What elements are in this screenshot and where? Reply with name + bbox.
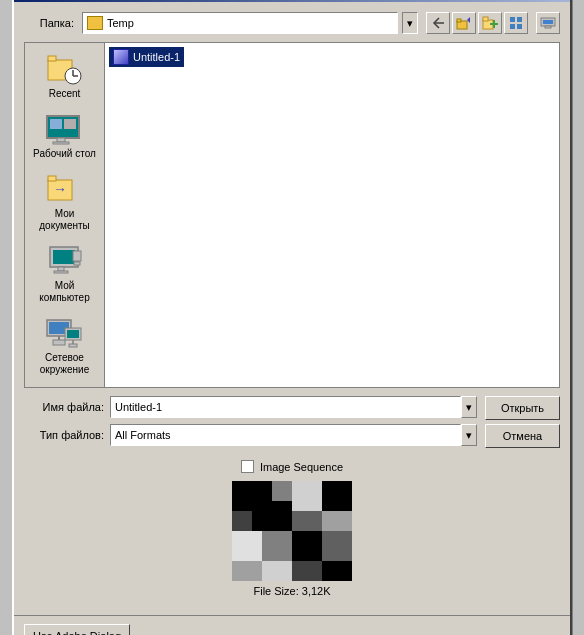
filename-input-container: ▾ [110, 396, 477, 418]
svg-rect-20 [57, 138, 65, 142]
file-list[interactable]: Untitled-1 [104, 42, 560, 388]
svg-rect-8 [510, 24, 515, 29]
sidebar-item-recent-label: Recent [49, 88, 81, 100]
svg-rect-46 [232, 511, 252, 531]
sidebar-item-desktop[interactable]: Рабочий стол [27, 107, 102, 167]
filetype-label: Тип файлов: [24, 429, 104, 441]
documents-icon: → [45, 174, 85, 206]
open-dialog: Open ? ✕ Папка: Temp ▾ [12, 0, 572, 635]
svg-rect-11 [543, 20, 553, 24]
bottom-bar: Use Adobe Dialog [14, 615, 570, 635]
sidebar-item-desktop-label: Рабочий стол [33, 148, 96, 160]
folder-dropdown-arrow[interactable]: ▾ [402, 12, 418, 34]
svg-rect-29 [58, 267, 64, 271]
filename-row: Имя файла: ▾ [24, 396, 477, 418]
sidebar-item-documents[interactable]: → Мои документы [27, 167, 102, 239]
cancel-button[interactable]: Отмена [485, 424, 560, 448]
image-sequence-row: Image Sequence [241, 460, 343, 473]
svg-rect-54 [262, 561, 292, 581]
up-folder-icon[interactable] [452, 12, 476, 34]
computer-icon [45, 246, 85, 278]
svg-rect-31 [73, 251, 81, 261]
svg-rect-49 [292, 511, 322, 531]
file-item-name: Untitled-1 [133, 51, 180, 63]
svg-rect-6 [510, 17, 515, 22]
toolbar-row: Папка: Temp ▾ [24, 12, 560, 34]
toolbar-icons [426, 12, 528, 34]
fields-column: Имя файла: ▾ Тип файлов: ▾ [24, 396, 477, 452]
dialog-body: Папка: Temp ▾ [14, 2, 570, 615]
fields-area: Имя файла: ▾ Тип файлов: ▾ [24, 388, 560, 452]
action-buttons: Открыть Отмена [485, 396, 560, 448]
file-size-label: File Size: 3,12K [253, 585, 330, 597]
filename-input[interactable] [110, 396, 461, 418]
svg-rect-55 [292, 531, 322, 561]
svg-rect-12 [545, 26, 551, 28]
sidebar-item-documents-label: Мои документы [30, 208, 99, 232]
svg-rect-36 [53, 340, 65, 345]
svg-rect-38 [67, 330, 79, 338]
sidebar-item-computer[interactable]: Мой компьютер [27, 239, 102, 311]
filetype-row: Тип файлов: ▾ [24, 424, 477, 446]
network-icon [45, 318, 85, 350]
svg-rect-56 [322, 531, 352, 561]
use-adobe-dialog-button[interactable]: Use Adobe Dialog [24, 624, 130, 635]
svg-rect-50 [322, 511, 352, 531]
folder-dropdown[interactable]: Temp [82, 12, 398, 34]
svg-rect-53 [232, 561, 262, 581]
new-folder-icon[interactable] [478, 12, 502, 34]
svg-rect-45 [272, 481, 292, 501]
sidebar-item-network[interactable]: Сетевое окружение [27, 311, 102, 383]
sidebar: Recent Рабочий стол [24, 42, 104, 388]
svg-rect-3 [483, 17, 488, 21]
svg-rect-58 [322, 561, 352, 581]
image-sequence-checkbox[interactable] [241, 460, 254, 473]
svg-rect-7 [517, 17, 522, 22]
svg-rect-48 [322, 481, 352, 511]
svg-rect-28 [53, 250, 75, 264]
preview-area: Image Sequence [24, 452, 560, 605]
svg-rect-52 [262, 531, 292, 561]
sidebar-item-network-label: Сетевое окружение [30, 352, 99, 376]
view-icon[interactable] [504, 12, 528, 34]
folder-label: Папка: [24, 17, 74, 29]
svg-rect-47 [292, 481, 322, 511]
file-item[interactable]: Untitled-1 [109, 47, 184, 67]
svg-rect-1 [457, 19, 461, 22]
folder-name: Temp [107, 17, 134, 29]
filename-dropdown-btn[interactable]: ▾ [461, 396, 477, 418]
sidebar-item-recent[interactable]: Recent [27, 47, 102, 107]
folder-icon [87, 16, 103, 30]
open-button[interactable]: Открыть [485, 396, 560, 420]
image-sequence-label: Image Sequence [260, 461, 343, 473]
sidebar-item-computer-label: Мой компьютер [30, 280, 99, 304]
content-area: Recent Рабочий стол [24, 42, 560, 388]
svg-rect-9 [517, 24, 522, 29]
fields-and-buttons: Имя файла: ▾ Тип файлов: ▾ [24, 396, 560, 452]
svg-rect-21 [53, 142, 69, 144]
svg-rect-57 [292, 561, 322, 581]
network-drive-icon[interactable] [536, 12, 560, 34]
desktop-icon [45, 114, 85, 146]
svg-rect-14 [48, 56, 56, 61]
svg-rect-40 [69, 344, 77, 347]
file-icon [113, 49, 129, 65]
svg-text:→: → [53, 181, 67, 197]
back-icon[interactable] [426, 12, 450, 34]
svg-rect-30 [54, 271, 68, 273]
svg-rect-23 [64, 119, 76, 129]
preview-image [232, 481, 352, 581]
filetype-dropdown-btn[interactable]: ▾ [461, 424, 477, 446]
svg-rect-32 [74, 262, 80, 265]
recent-icon [45, 54, 85, 86]
filename-label: Имя файла: [24, 401, 104, 413]
filetype-input[interactable] [110, 424, 461, 446]
filetype-input-container: ▾ [110, 424, 477, 446]
svg-rect-22 [50, 119, 62, 129]
svg-rect-51 [232, 531, 262, 561]
